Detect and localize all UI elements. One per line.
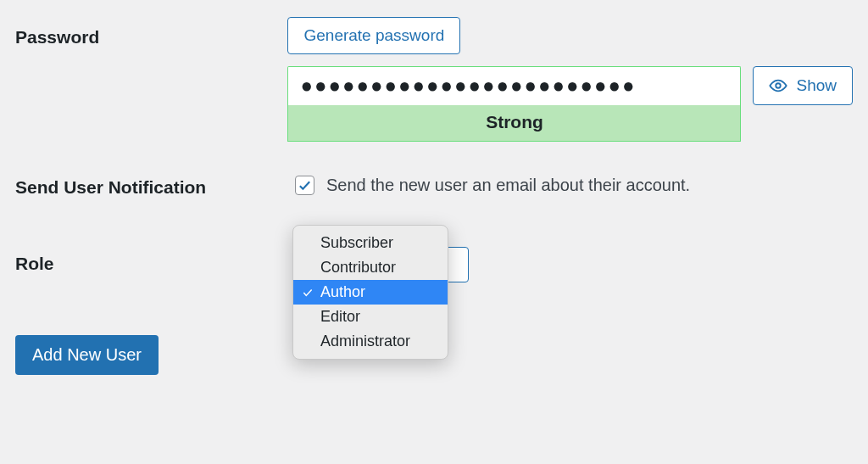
role-label: Role	[15, 247, 295, 274]
show-password-button[interactable]: Show	[753, 66, 853, 105]
notification-checkbox-wrap: Send the new user an email about their a…	[295, 176, 690, 195]
check-icon	[300, 260, 315, 276]
notification-checkbox[interactable]	[295, 176, 314, 195]
add-new-user-label: Add New User	[32, 345, 142, 364]
generate-password-button[interactable]: Generate password	[287, 17, 460, 54]
role-option-contributor[interactable]: Contributor	[293, 255, 448, 280]
role-option-author[interactable]: Author	[293, 280, 448, 305]
role-option-subscriber[interactable]: Subscriber	[293, 231, 448, 255]
check-icon	[300, 334, 315, 349]
show-password-label: Show	[796, 76, 837, 95]
notification-row: Send User Notification Send the new user…	[15, 176, 853, 198]
generate-password-label: Generate password	[303, 26, 444, 45]
check-icon	[300, 310, 315, 325]
role-option-label: Editor	[320, 308, 360, 326]
role-dropdown[interactable]: Subscriber Contributor Author Editor Adm…	[292, 225, 448, 360]
svg-point-0	[776, 83, 782, 88]
password-box: ●●●●●●●●●●●●●●●●●●●●●●●● Strong	[287, 66, 741, 142]
role-option-administrator[interactable]: Administrator	[293, 329, 448, 354]
check-icon	[298, 178, 312, 193]
check-icon	[300, 236, 315, 251]
eye-icon	[769, 76, 787, 95]
role-option-label: Author	[320, 283, 365, 301]
password-masked-value: ●●●●●●●●●●●●●●●●●●●●●●●●	[300, 74, 636, 98]
password-strength-indicator: Strong	[287, 105, 741, 142]
password-field-column: Generate password ●●●●●●●●●●●●●●●●●●●●●●…	[287, 17, 853, 142]
password-input-wrap: ●●●●●●●●●●●●●●●●●●●●●●●● Strong Show	[287, 66, 853, 142]
role-option-label: Administrator	[320, 333, 410, 350]
password-input[interactable]: ●●●●●●●●●●●●●●●●●●●●●●●●	[287, 66, 741, 105]
role-option-label: Subscriber	[320, 234, 393, 252]
password-label: Password	[15, 17, 287, 48]
password-row: Password Generate password ●●●●●●●●●●●●●…	[15, 17, 853, 142]
role-option-label: Contributor	[320, 259, 396, 277]
role-option-editor[interactable]: Editor	[293, 305, 448, 329]
notification-label: Send User Notification	[15, 176, 295, 198]
check-icon	[300, 285, 315, 300]
add-new-user-button[interactable]: Add New User	[15, 335, 159, 375]
notification-description: Send the new user an email about their a…	[326, 176, 690, 195]
